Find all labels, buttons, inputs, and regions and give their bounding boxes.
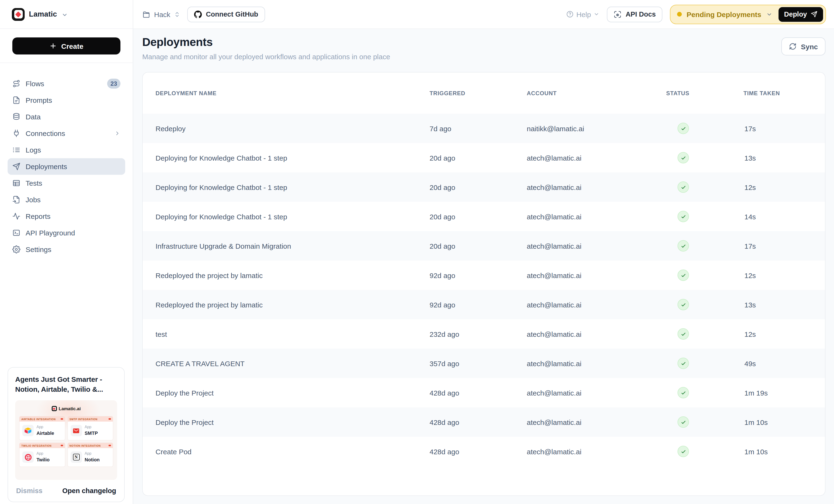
prompts-icon <box>12 96 20 104</box>
success-status-icon <box>678 358 689 369</box>
table-row[interactable]: Deploying for Knowledge Chatbot - 1 step… <box>143 173 825 202</box>
time-taken-cell: 1m 10s <box>743 448 812 455</box>
sidebar-item-deployments[interactable]: Deployments <box>7 158 125 175</box>
sidebar-item-label: Data <box>26 113 41 121</box>
sync-button[interactable]: Sync <box>782 38 826 55</box>
sidebar-item-jobs[interactable]: Jobs <box>7 191 125 208</box>
time-taken-cell: 13s <box>743 154 812 162</box>
column-header-status: STATUS <box>666 90 743 96</box>
chevron-down-icon <box>62 12 68 18</box>
success-status-icon <box>678 446 689 457</box>
deployment-name-cell: Deploying for Knowledge Chatbot - 1 step <box>155 212 430 221</box>
table-row[interactable]: Redeployed the project by lamatic 92d ag… <box>143 260 825 290</box>
changelog-title: Agents Just Got Smarter - Notion, Airtab… <box>15 374 117 394</box>
pending-deployments-label: Pending Deployments <box>686 10 761 18</box>
table-row[interactable]: Deploying for Knowledge Chatbot - 1 step… <box>143 202 825 231</box>
deployments-icon <box>12 162 20 170</box>
mini-dot-icon <box>109 418 111 420</box>
sidebar-item-prompts[interactable]: Prompts <box>7 92 125 109</box>
table-row[interactable]: Deploying for Knowledge Chatbot - 1 step… <box>143 143 825 173</box>
status-cell <box>666 270 743 281</box>
status-cell <box>666 387 743 398</box>
workspace-brand-switcher[interactable]: Lamatic <box>0 0 133 29</box>
create-button[interactable]: Create <box>12 38 120 54</box>
account-cell: atech@lamatic.ai <box>527 389 666 397</box>
chevrons-up-down-icon <box>174 11 180 17</box>
logs-icon <box>12 146 20 154</box>
sidebar-item-label: Connections <box>26 129 65 137</box>
workspace-selector[interactable]: Hack <box>142 10 180 18</box>
table-row[interactable]: Redeploy 7d ago naitikk@lamatic.ai 17s <box>143 114 825 143</box>
table-body: Redeploy 7d ago naitikk@lamatic.ai 17s D… <box>143 114 825 466</box>
dismiss-button[interactable]: Dismiss <box>16 487 42 495</box>
sidebar-item-label: Reports <box>26 212 50 220</box>
table-row[interactable]: Redeployed the project by lamatic 92d ag… <box>143 290 825 319</box>
account-cell: atech@lamatic.ai <box>527 212 666 221</box>
status-cell <box>666 181 743 193</box>
time-taken-cell: 13s <box>743 301 812 308</box>
sidebar-item-data[interactable]: Data <box>7 109 125 125</box>
integration-card-notion: NOTION INTEGRATION N App Notion <box>68 443 113 466</box>
smtp-icon <box>70 425 82 436</box>
integration-card-smtp: SMTP INTEGRATION App SMTP <box>68 416 113 440</box>
sidebar-item-settings[interactable]: Settings <box>7 241 125 258</box>
chevron-down-icon <box>594 12 599 17</box>
deployment-name-cell: Redeploy <box>155 124 430 132</box>
open-changelog-button[interactable]: Open changelog <box>62 487 116 495</box>
sidebar-item-label: Jobs <box>26 196 41 204</box>
help-label: Help <box>576 10 591 18</box>
table-row[interactable]: Deploy the Project 428d ago atech@lamati… <box>143 378 825 407</box>
notion-icon: N <box>70 452 82 463</box>
status-cell <box>666 123 743 134</box>
success-status-icon <box>678 387 689 398</box>
success-status-icon <box>678 270 689 281</box>
chevron-down-icon <box>766 11 772 17</box>
send-icon <box>811 11 817 18</box>
plus-icon <box>49 42 57 50</box>
sidebar-item-api-playground[interactable]: API Playground <box>7 225 125 241</box>
table-row[interactable]: Create Pod 428d ago atech@lamatic.ai 1m … <box>143 437 825 466</box>
triggered-cell: 20d ago <box>430 154 527 162</box>
integration-card-airtable: AIRTABLE INTEGRATION App Airtable <box>19 416 65 440</box>
deploy-button[interactable]: Deploy <box>778 7 823 22</box>
table-row[interactable]: CREATE A TRAVEL AGENT 357d ago atech@lam… <box>143 349 825 378</box>
sidebar-item-label: Flows <box>26 79 44 88</box>
chevron-right-icon <box>114 130 120 136</box>
help-menu[interactable]: Help <box>566 10 599 18</box>
table-row[interactable]: test 232d ago atech@lamatic.ai 12s <box>143 319 825 349</box>
success-status-icon <box>678 328 689 340</box>
sidebar-item-flows[interactable]: Flows 23 <box>7 75 125 92</box>
twilio-icon <box>22 452 34 463</box>
account-cell: atech@lamatic.ai <box>527 271 666 279</box>
flows-count-badge: 23 <box>107 78 120 89</box>
table-row[interactable]: Infrastructure Upgrade & Domain Migratio… <box>143 231 825 260</box>
table-row[interactable]: Deploy the Project 428d ago atech@lamati… <box>143 407 825 437</box>
connect-github-button[interactable]: Connect GitHub <box>187 6 265 22</box>
changelog-footer: Dismiss Open changelog <box>15 487 117 495</box>
success-status-icon <box>678 181 689 193</box>
status-cell <box>666 152 743 163</box>
table-header-row: DEPLOYMENT NAME TRIGGERED ACCOUNT STATUS… <box>143 72 825 114</box>
status-cell <box>666 240 743 252</box>
sidebar-item-connections[interactable]: Connections <box>7 125 125 142</box>
api-docs-button[interactable]: API Docs <box>607 6 662 22</box>
deployment-name-cell: Deploying for Knowledge Chatbot - 1 step <box>155 154 430 162</box>
column-header-account: ACCOUNT <box>527 90 666 96</box>
sidebar-item-logs[interactable]: Logs <box>7 142 125 158</box>
time-taken-cell: 12s <box>743 183 812 191</box>
refresh-icon <box>789 43 796 50</box>
triggered-cell: 20d ago <box>430 212 527 221</box>
column-header-deployment-name: DEPLOYMENT NAME <box>155 90 430 96</box>
connect-github-label: Connect GitHub <box>206 10 258 18</box>
pending-deployments-dropdown[interactable]: Pending Deployments Deploy <box>670 4 826 24</box>
account-cell: atech@lamatic.ai <box>527 330 666 338</box>
triggered-cell: 357d ago <box>430 359 527 367</box>
topbar-right: Help API Docs Pending Deployments Deploy <box>566 4 826 24</box>
sidebar-item-tests[interactable]: Tests <box>7 175 125 191</box>
success-status-icon <box>678 299 689 310</box>
status-cell <box>666 416 743 428</box>
sidebar-item-reports[interactable]: Reports <box>7 208 125 225</box>
deployment-name-cell: Deploy the Project <box>155 418 430 426</box>
pending-status-dot-icon <box>677 12 682 17</box>
airtable-icon <box>22 425 34 436</box>
